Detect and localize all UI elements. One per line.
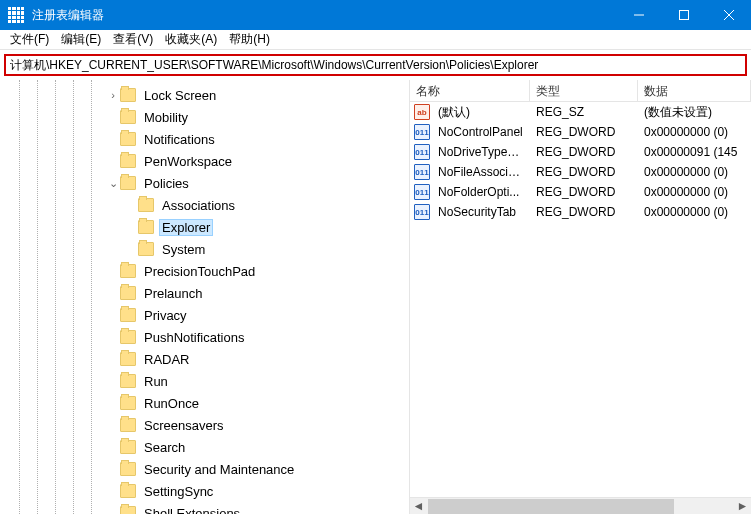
tree-item-label: Privacy — [141, 307, 190, 324]
tree-item[interactable]: Mobility — [0, 106, 409, 128]
tree-item-label: Mobility — [141, 109, 191, 126]
dword-value-icon: 011 — [414, 184, 430, 200]
list-header: 名称 类型 数据 — [410, 80, 751, 102]
folder-icon — [138, 220, 154, 234]
tree-item[interactable]: ⌄Policies — [0, 172, 409, 194]
folder-icon — [138, 242, 154, 256]
tree-item-label: Lock Screen — [141, 87, 219, 104]
address-bar[interactable]: 计算机\HKEY_CURRENT_USER\SOFTWARE\Microsoft… — [4, 54, 747, 76]
close-button[interactable] — [706, 0, 751, 30]
column-type[interactable]: 类型 — [530, 80, 638, 101]
folder-icon — [120, 132, 136, 146]
tree-item-label: PenWorkspace — [141, 153, 235, 170]
horizontal-scrollbar[interactable]: ◄ ► — [410, 497, 751, 514]
value-row[interactable]: 011NoDriveTypeA...REG_DWORD0x00000091 (1… — [410, 142, 751, 162]
tree-item[interactable]: ›Lock Screen — [0, 84, 409, 106]
chevron-down-icon[interactable]: ⌄ — [106, 177, 120, 190]
folder-icon — [120, 484, 136, 498]
app-icon — [8, 7, 24, 23]
column-name[interactable]: 名称 — [410, 80, 530, 101]
tree-item[interactable]: Search — [0, 436, 409, 458]
value-row[interactable]: 011NoControlPanelREG_DWORD0x00000000 (0) — [410, 122, 751, 142]
tree-item-label: Screensavers — [141, 417, 226, 434]
value-row[interactable]: 011NoFolderOpti...REG_DWORD0x00000000 (0… — [410, 182, 751, 202]
tree-item-label: Associations — [159, 197, 238, 214]
tree-pane[interactable]: ›Lock ScreenMobilityNotificationsPenWork… — [0, 80, 410, 514]
value-type: REG_DWORD — [530, 185, 638, 199]
dword-value-icon: 011 — [414, 204, 430, 220]
scroll-right-arrow[interactable]: ► — [734, 498, 751, 515]
tree-item-label: PrecisionTouchPad — [141, 263, 258, 280]
value-type: REG_DWORD — [530, 145, 638, 159]
tree-item[interactable]: Shell Extensions — [0, 502, 409, 514]
scrollbar-thumb[interactable] — [428, 499, 674, 514]
list-pane: 名称 类型 数据 ab(默认)REG_SZ(数值未设置)011NoControl… — [410, 80, 751, 514]
folder-icon — [120, 264, 136, 278]
dword-value-icon: 011 — [414, 124, 430, 140]
value-row[interactable]: ab(默认)REG_SZ(数值未设置) — [410, 102, 751, 122]
folder-icon — [138, 198, 154, 212]
string-value-icon: ab — [414, 104, 430, 120]
folder-icon — [120, 330, 136, 344]
tree-item[interactable]: System — [0, 238, 409, 260]
tree-item[interactable]: Security and Maintenance — [0, 458, 409, 480]
window-title: 注册表编辑器 — [32, 7, 616, 24]
tree-item-label: System — [159, 241, 208, 258]
tree-item-label: RADAR — [141, 351, 193, 368]
scroll-left-arrow[interactable]: ◄ — [410, 498, 427, 515]
menu-help[interactable]: 帮助(H) — [223, 29, 276, 50]
value-data: 0x00000091 (145 — [638, 145, 751, 159]
value-data: 0x00000000 (0) — [638, 205, 751, 219]
title-bar: 注册表编辑器 — [0, 0, 751, 30]
value-name: NoDriveTypeA... — [432, 145, 530, 159]
maximize-button[interactable] — [661, 0, 706, 30]
value-data: (数值未设置) — [638, 104, 751, 121]
menu-view[interactable]: 查看(V) — [107, 29, 159, 50]
value-row[interactable]: 011NoSecurityTabREG_DWORD0x00000000 (0) — [410, 202, 751, 222]
column-data[interactable]: 数据 — [638, 80, 751, 101]
tree-item[interactable]: Associations — [0, 194, 409, 216]
tree-item[interactable]: Notifications — [0, 128, 409, 150]
tree-item[interactable]: PenWorkspace — [0, 150, 409, 172]
folder-icon — [120, 440, 136, 454]
tree-item[interactable]: PrecisionTouchPad — [0, 260, 409, 282]
value-data: 0x00000000 (0) — [638, 185, 751, 199]
chevron-right-icon[interactable]: › — [106, 89, 120, 101]
tree-item[interactable]: RADAR — [0, 348, 409, 370]
folder-icon — [120, 506, 136, 514]
dword-value-icon: 011 — [414, 164, 430, 180]
list-body[interactable]: ab(默认)REG_SZ(数值未设置)011NoControlPanelREG_… — [410, 102, 751, 497]
folder-icon — [120, 308, 136, 322]
svg-rect-1 — [679, 11, 688, 20]
tree-item-label: Prelaunch — [141, 285, 206, 302]
tree-item[interactable]: Privacy — [0, 304, 409, 326]
tree-item[interactable]: RunOnce — [0, 392, 409, 414]
address-text: 计算机\HKEY_CURRENT_USER\SOFTWARE\Microsoft… — [10, 57, 538, 74]
tree-item-label: Security and Maintenance — [141, 461, 297, 478]
tree-item-label: Explorer — [159, 219, 213, 236]
value-row[interactable]: 011NoFileAssociateREG_DWORD0x00000000 (0… — [410, 162, 751, 182]
folder-icon — [120, 286, 136, 300]
value-type: REG_SZ — [530, 105, 638, 119]
value-type: REG_DWORD — [530, 165, 638, 179]
tree-item[interactable]: Explorer — [0, 216, 409, 238]
value-name: (默认) — [432, 104, 530, 121]
menu-favorites[interactable]: 收藏夹(A) — [159, 29, 223, 50]
tree-item[interactable]: SettingSync — [0, 480, 409, 502]
dword-value-icon: 011 — [414, 144, 430, 160]
value-data: 0x00000000 (0) — [638, 125, 751, 139]
tree-item-label: Notifications — [141, 131, 218, 148]
minimize-button[interactable] — [616, 0, 661, 30]
tree-item-label: Policies — [141, 175, 192, 192]
menu-file[interactable]: 文件(F) — [4, 29, 55, 50]
tree-item[interactable]: Run — [0, 370, 409, 392]
folder-icon — [120, 352, 136, 366]
folder-icon — [120, 88, 136, 102]
folder-icon — [120, 396, 136, 410]
folder-icon — [120, 418, 136, 432]
menu-edit[interactable]: 编辑(E) — [55, 29, 107, 50]
tree-item[interactable]: Prelaunch — [0, 282, 409, 304]
tree-item[interactable]: PushNotifications — [0, 326, 409, 348]
value-name: NoFolderOpti... — [432, 185, 530, 199]
tree-item[interactable]: Screensavers — [0, 414, 409, 436]
